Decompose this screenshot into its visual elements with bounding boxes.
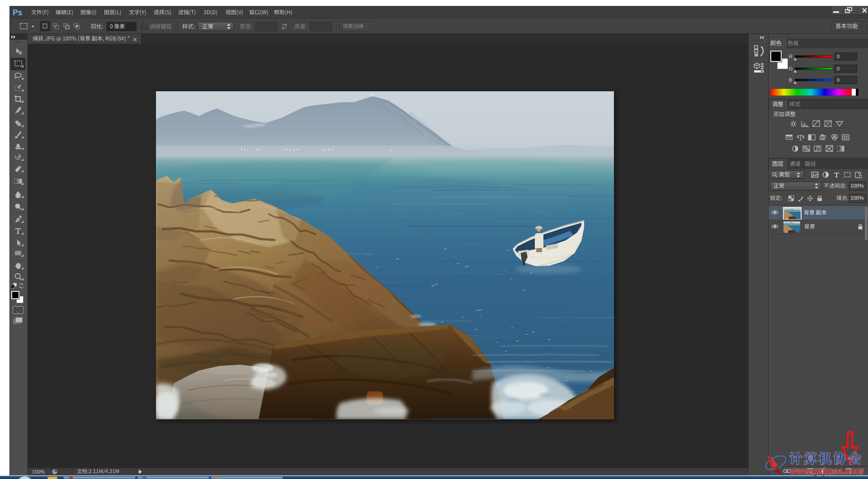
svg-text:www.gxjmca.com: www.gxjmca.com — [789, 466, 863, 476]
